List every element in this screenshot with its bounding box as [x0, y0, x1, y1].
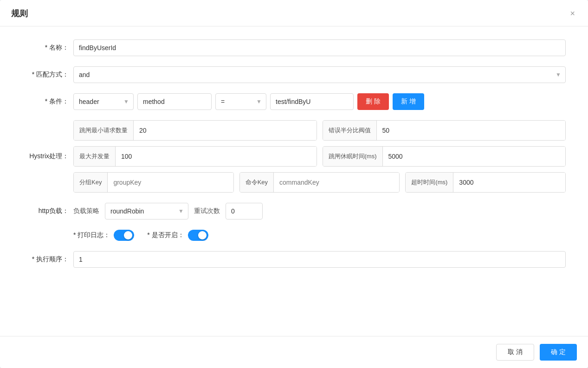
print-log-toggle[interactable]: [114, 230, 134, 241]
hystrix-min-requests-label: 跳闸最小请求数量: [74, 121, 134, 140]
hystrix-min-requests: 跳闸最小请求数量: [73, 120, 317, 141]
order-row: * 执行顺序：: [22, 251, 566, 268]
match-row: * 匹配方式： and or ▼: [22, 66, 566, 83]
http-load-fields: 负载策略 roundRobin random leastConn ▼ 重试次数: [73, 203, 566, 220]
order-input[interactable]: [73, 251, 566, 268]
condition-fields: header query body ▼ = != > < ▼: [73, 93, 566, 110]
hystrix-group-key-label: 分组Key: [74, 173, 108, 192]
dialog-body: * 名称： * 匹配方式： and or ▼ * 条件： header qu: [0, 26, 588, 336]
load-strategy-select[interactable]: roundRobin random leastConn: [105, 203, 188, 220]
hystrix-label: Hystrix处理：: [22, 152, 73, 161]
hystrix-sleep-time-input[interactable]: [383, 147, 566, 166]
toggle-fields: * 打印日志： * 是否开启：: [73, 230, 566, 241]
load-strategy-label: 负载策略: [73, 207, 99, 215]
match-select-wrap: and or ▼: [73, 66, 566, 83]
hystrix-error-ratio: 错误半分比阀值: [323, 120, 566, 141]
hystrix-timeout-label: 超时时间(ms): [406, 173, 453, 192]
close-button[interactable]: ×: [568, 7, 577, 19]
hystrix-command-key-label: 命令Key: [240, 173, 274, 192]
hystrix-row: Hystrix处理： 跳闸最小请求数量 错误半分比阀值 最大并发量: [22, 120, 566, 193]
print-log-slider: [114, 230, 134, 241]
hystrix-max-concurrent-input[interactable]: [116, 147, 317, 166]
print-log-item: * 打印日志：: [73, 230, 134, 241]
retry-label: 重试次数: [194, 207, 220, 215]
hystrix-row-3: 分组Key 命令Key 超时时间(ms): [73, 172, 566, 193]
is-open-item: * 是否开启：: [147, 230, 208, 241]
dialog: 规则 × * 名称： * 匹配方式： and or ▼ * 条件：: [0, 0, 588, 368]
condition-type-wrap: header query body ▼: [73, 93, 134, 110]
hystrix-timeout: 超时时间(ms): [405, 172, 566, 193]
hystrix-timeout-input[interactable]: [453, 173, 565, 192]
name-input[interactable]: [73, 39, 566, 56]
name-label: * 名称：: [22, 44, 73, 52]
cancel-button[interactable]: 取 消: [496, 344, 534, 361]
condition-eq-select[interactable]: = != > <: [215, 93, 266, 110]
hystrix-sleep-time: 跳闸休眠时间(ms): [323, 146, 566, 167]
dialog-footer: 取 消 确 定: [0, 336, 588, 368]
is-open-slider: [188, 230, 208, 241]
hystrix-max-concurrent: 最大并发量: [73, 146, 317, 167]
delete-condition-button[interactable]: 删 除: [357, 93, 389, 110]
hystrix-max-concurrent-label: 最大并发量: [74, 147, 116, 166]
condition-type-select[interactable]: header query body: [73, 93, 134, 110]
match-select[interactable]: and or: [73, 66, 566, 83]
hystrix-error-ratio-input[interactable]: [377, 121, 566, 140]
order-label: * 执行顺序：: [22, 255, 73, 264]
condition-label: * 条件：: [22, 97, 73, 106]
name-row: * 名称：: [22, 39, 566, 56]
hystrix-sleep-time-label: 跳闸休眠时间(ms): [323, 147, 383, 166]
retry-input[interactable]: [226, 203, 263, 220]
hystrix-group-key: 分组Key: [73, 172, 234, 193]
dialog-header: 规则 ×: [0, 0, 588, 26]
http-load-row: http负载： 负载策略 roundRobin random leastConn…: [22, 203, 566, 220]
print-log-label: * 打印日志：: [73, 231, 110, 239]
condition-eq-wrap: = != > < ▼: [215, 93, 266, 110]
load-strategy-wrap: roundRobin random leastConn ▼: [105, 203, 188, 220]
confirm-button[interactable]: 确 定: [540, 344, 577, 361]
condition-method-input[interactable]: [137, 93, 212, 110]
condition-row: * 条件： header query body ▼ = != >: [22, 93, 566, 110]
hystrix-error-ratio-label: 错误半分比阀值: [323, 121, 377, 140]
is-open-toggle[interactable]: [188, 230, 208, 241]
add-condition-button[interactable]: 新 增: [393, 93, 424, 110]
hystrix-group-key-input[interactable]: [108, 173, 233, 192]
is-open-label: * 是否开启：: [147, 231, 184, 239]
condition-value-input[interactable]: [270, 93, 354, 110]
hystrix-command-key: 命令Key: [239, 172, 400, 193]
hystrix-row-2: 最大并发量 跳闸休眠时间(ms): [73, 146, 566, 167]
dialog-title: 规则: [11, 8, 28, 19]
hystrix-min-requests-input[interactable]: [134, 121, 317, 140]
toggle-row: * 打印日志： * 是否开启：: [22, 230, 566, 241]
hystrix-grid: 跳闸最小请求数量 错误半分比阀值 最大并发量 跳闸休眠时间(ms): [73, 120, 566, 193]
hystrix-row-1: 跳闸最小请求数量 错误半分比阀值: [73, 120, 566, 141]
http-load-label: http负载：: [22, 207, 73, 215]
hystrix-command-key-input[interactable]: [274, 173, 399, 192]
match-label: * 匹配方式：: [22, 71, 73, 79]
